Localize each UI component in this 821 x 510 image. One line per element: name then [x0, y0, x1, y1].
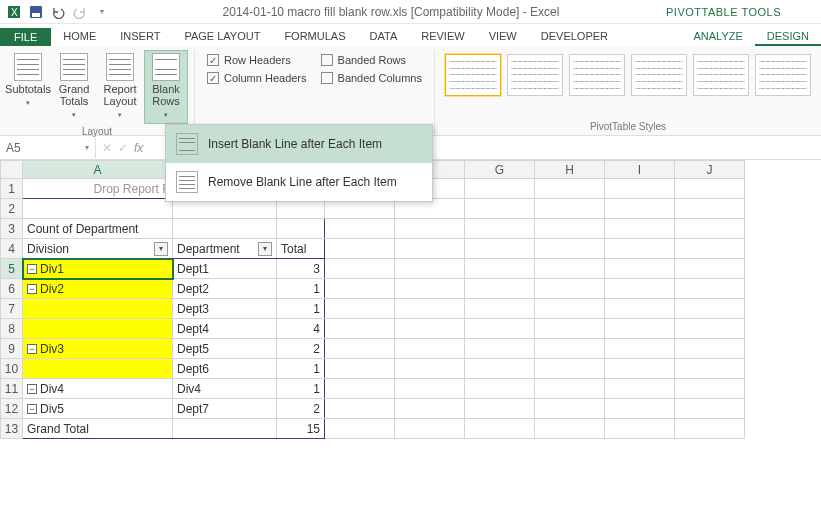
subtotals-icon — [14, 53, 42, 81]
division-cell[interactable]: −Div3 — [23, 339, 172, 358]
department-cell[interactable]: Dept6 — [173, 359, 276, 378]
banded-rows-checkbox[interactable]: Banded Rows — [321, 54, 407, 66]
row-7[interactable]: 7 — [1, 299, 23, 319]
row-8[interactable]: 8 — [1, 319, 23, 339]
row-11[interactable]: 11 — [1, 379, 23, 399]
fx-icon[interactable]: fx — [134, 141, 143, 155]
tab-insert[interactable]: INSERT — [108, 27, 172, 46]
department-cell[interactable]: Dept3 — [173, 299, 276, 318]
collapse-icon[interactable]: − — [27, 264, 37, 274]
total-header[interactable]: Total — [277, 239, 324, 258]
row-12[interactable]: 12 — [1, 399, 23, 419]
row-4[interactable]: 4 — [1, 239, 23, 259]
collapse-icon[interactable]: − — [27, 384, 37, 394]
col-H[interactable]: H — [535, 161, 605, 179]
redo-icon[interactable] — [70, 2, 90, 22]
total-cell[interactable]: 1 — [277, 379, 324, 398]
division-filter-icon[interactable]: ▾ — [154, 242, 168, 256]
style-thumb-2[interactable] — [507, 54, 563, 96]
tab-analyze[interactable]: ANALYZE — [682, 27, 755, 46]
division-cell[interactable] — [23, 319, 172, 338]
save-icon[interactable] — [26, 2, 46, 22]
department-cell[interactable]: Dept2 — [173, 279, 276, 298]
division-cell[interactable]: −Div2 — [23, 279, 172, 298]
ribbon-tabs: FILE HOME INSERT PAGE LAYOUT FORMULAS DA… — [0, 24, 821, 46]
total-cell[interactable]: 1 — [277, 279, 324, 298]
count-label[interactable]: Count of Department — [23, 219, 172, 238]
division-header[interactable]: Division▾ — [23, 239, 172, 258]
tab-design[interactable]: DESIGN — [755, 27, 821, 46]
col-J[interactable]: J — [675, 161, 745, 179]
name-box[interactable]: A5▾ — [0, 138, 96, 158]
division-cell[interactable] — [23, 359, 172, 378]
tab-view[interactable]: VIEW — [477, 27, 529, 46]
blank-rows-icon — [152, 53, 180, 81]
grand-total-label[interactable]: Grand Total — [23, 419, 172, 438]
cancel-icon: ✕ — [102, 141, 112, 155]
row-3[interactable]: 3 — [1, 219, 23, 239]
window-title: 2014-01-10 macro fill blank row.xls [Com… — [116, 5, 666, 19]
tab-data[interactable]: DATA — [358, 27, 410, 46]
total-cell[interactable]: 3 — [277, 259, 324, 278]
row-10[interactable]: 10 — [1, 359, 23, 379]
row-13[interactable]: 13 — [1, 419, 23, 439]
department-cell[interactable]: Dept7 — [173, 399, 276, 418]
style-thumb-6[interactable] — [755, 54, 811, 96]
division-cell[interactable]: −Div5 — [23, 399, 172, 418]
tab-review[interactable]: REVIEW — [409, 27, 476, 46]
department-filter-icon[interactable]: ▾ — [258, 242, 272, 256]
grand-totals-icon — [60, 53, 88, 81]
blank-rows-button[interactable]: Blank Rows▾ — [144, 50, 188, 124]
tab-developer[interactable]: DEVELOPER — [529, 27, 620, 46]
column-headers-checkbox[interactable]: ✓Column Headers — [207, 72, 307, 84]
menu-remove-blank-line[interactable]: Remove Blank Line after Each Item — [166, 163, 432, 201]
undo-icon[interactable] — [48, 2, 68, 22]
style-thumb-3[interactable] — [569, 54, 625, 96]
department-cell[interactable]: Dept4 — [173, 319, 276, 338]
row-5[interactable]: 5 — [1, 259, 23, 279]
style-thumb-5[interactable] — [693, 54, 749, 96]
grand-total-value[interactable]: 15 — [277, 419, 324, 438]
col-A[interactable]: A — [23, 161, 173, 179]
department-cell[interactable]: Dept5 — [173, 339, 276, 358]
row-1[interactable]: 1 — [1, 179, 23, 199]
collapse-icon[interactable]: − — [27, 284, 37, 294]
subtotals-button[interactable]: Subtotals▾ — [6, 50, 50, 112]
select-all[interactable] — [1, 161, 23, 179]
row-6[interactable]: 6 — [1, 279, 23, 299]
row-headers-checkbox[interactable]: ✓Row Headers — [207, 54, 291, 66]
grand-totals-button[interactable]: Grand Totals▾ — [52, 50, 96, 124]
total-cell[interactable]: 4 — [277, 319, 324, 338]
division-cell[interactable] — [23, 299, 172, 318]
collapse-icon[interactable]: − — [27, 404, 37, 414]
total-cell[interactable]: 1 — [277, 359, 324, 378]
style-thumb-4[interactable] — [631, 54, 687, 96]
collapse-icon[interactable]: − — [27, 344, 37, 354]
report-layout-button[interactable]: Report Layout▾ — [98, 50, 142, 124]
qat-dropdown-icon[interactable]: ▾ — [92, 2, 112, 22]
ribbon: Subtotals▾ Grand Totals▾ Report Layout▾ … — [0, 46, 821, 136]
department-header[interactable]: Department▾ — [173, 239, 276, 258]
tab-page-layout[interactable]: PAGE LAYOUT — [172, 27, 272, 46]
banded-columns-checkbox[interactable]: Banded Columns — [321, 72, 422, 84]
col-G[interactable]: G — [465, 161, 535, 179]
menu-insert-blank-line[interactable]: Insert Blank Line after Each Item — [166, 125, 432, 163]
department-cell[interactable]: Dept1 — [173, 259, 276, 278]
department-cell[interactable]: Div4 — [173, 379, 276, 398]
total-cell[interactable]: 2 — [277, 399, 324, 418]
excel-icon[interactable]: X — [4, 2, 24, 22]
tab-file[interactable]: FILE — [0, 28, 51, 46]
tab-formulas[interactable]: FORMULAS — [272, 27, 357, 46]
col-I[interactable]: I — [605, 161, 675, 179]
division-cell[interactable]: −Div4 — [23, 379, 172, 398]
blank-rows-dropdown: Insert Blank Line after Each Item Remove… — [165, 124, 433, 202]
tab-home[interactable]: HOME — [51, 27, 108, 46]
row-9[interactable]: 9 — [1, 339, 23, 359]
formula-bar[interactable]: ✕ ✓ fx — [96, 141, 149, 155]
row-2[interactable]: 2 — [1, 199, 23, 219]
total-cell[interactable]: 2 — [277, 339, 324, 358]
division-cell[interactable]: −Div1 — [23, 259, 172, 278]
total-cell[interactable]: 1 — [277, 299, 324, 318]
group-style-options: ✓Row Headers ✓Column Headers Banded Rows… — [195, 50, 435, 135]
style-thumb-1[interactable] — [445, 54, 501, 96]
